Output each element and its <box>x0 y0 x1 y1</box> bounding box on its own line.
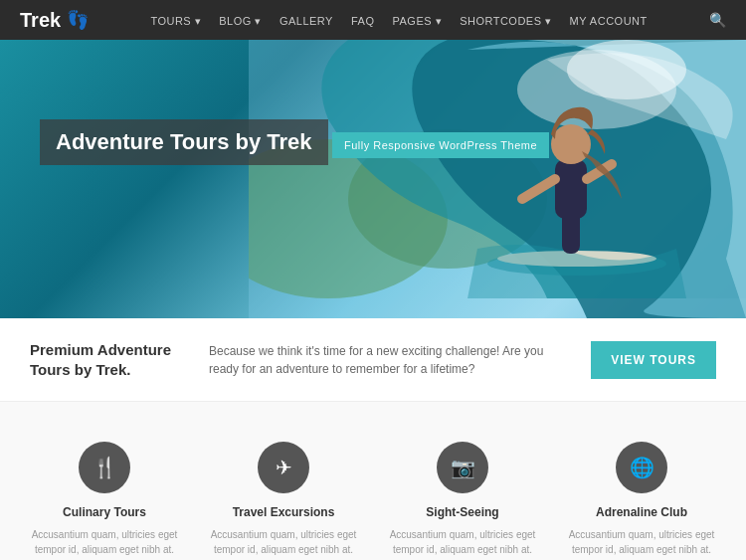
nav-item-faq[interactable]: FAQ <box>351 11 375 29</box>
features-section: 🍴 Culinary Tours Accusantium quam, ultri… <box>0 402 746 560</box>
mid-banner-description: Because we think it's time for a new exc… <box>209 342 571 378</box>
feature-desc-0: Accusantium quam, ultricies eget tempor … <box>28 527 181 560</box>
search-icon[interactable]: 🔍 <box>709 12 726 28</box>
feature-desc-1: Accusantium quam, ultricies eget tempor … <box>207 527 360 560</box>
view-tours-button[interactable]: VIEW TOURS <box>591 341 716 379</box>
navbar: Trek 👣 TOURS ▾ BLOG ▾ GALLERY FAQ PAGES … <box>0 0 746 40</box>
feature-icon-3: 🌐 <box>616 442 667 493</box>
feature-item-3: 🌐 Adrenaline Club Accusantium quam, ultr… <box>557 432 726 560</box>
feature-icon-1: ✈ <box>258 442 309 493</box>
feature-title-1: Travel Excursions <box>207 505 360 519</box>
nav-item-gallery[interactable]: GALLERY <box>280 11 333 29</box>
hero-title: Adventure Tours by Trek <box>40 119 328 165</box>
site-logo[interactable]: Trek 👣 <box>20 9 89 32</box>
feature-desc-2: Accusantium quam, ultricies eget tempor … <box>386 527 539 560</box>
feature-item-1: ✈ Travel Excursions Accusantium quam, ul… <box>199 432 368 560</box>
hero-surfer-graphic <box>467 70 686 298</box>
feature-title-2: Sight-Seeing <box>386 505 539 519</box>
logo-icon: 👣 <box>67 9 89 31</box>
feature-title-3: Adrenaline Club <box>565 505 718 519</box>
feature-icon-0: 🍴 <box>79 442 130 493</box>
feature-item-0: 🍴 Culinary Tours Accusantium quam, ultri… <box>20 432 189 560</box>
feature-desc-3: Accusantium quam, ultricies eget tempor … <box>565 527 718 560</box>
feature-title-0: Culinary Tours <box>28 505 181 519</box>
hero-subtitle: Fully Responsive WordPress Theme <box>332 132 549 158</box>
mid-banner: Premium Adventure Tours by Trek. Because… <box>0 318 746 402</box>
svg-point-11 <box>551 124 591 164</box>
nav-item-blog[interactable]: BLOG ▾ <box>219 11 262 29</box>
nav-menu: TOURS ▾ BLOG ▾ GALLERY FAQ PAGES ▾ SHORT… <box>150 11 647 29</box>
feature-item-2: 📷 Sight-Seeing Accusantium quam, ultrici… <box>378 432 547 560</box>
mid-banner-heading-block: Premium Adventure Tours by Trek. <box>30 340 189 379</box>
feature-icon-2: 📷 <box>437 442 488 493</box>
logo-text: Trek <box>20 9 61 32</box>
nav-item-pages[interactable]: PAGES ▾ <box>392 11 442 29</box>
svg-rect-8 <box>555 159 587 219</box>
mid-banner-heading: Premium Adventure Tours by Trek. <box>30 340 189 379</box>
nav-item-myaccount[interactable]: MY ACCOUNT <box>570 11 648 29</box>
svg-line-9 <box>522 179 555 199</box>
nav-item-shortcodes[interactable]: SHORTCODES ▾ <box>460 11 551 29</box>
nav-item-tours[interactable]: TOURS ▾ <box>150 11 201 29</box>
hero-section: Adventure Tours by Trek Fully Responsive… <box>0 40 746 318</box>
hero-text-block: Adventure Tours by Trek Fully Responsive… <box>40 119 549 175</box>
